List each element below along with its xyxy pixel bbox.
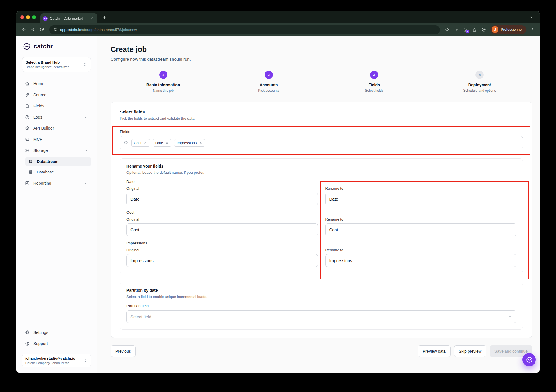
- tab-close-icon[interactable]: [89, 15, 95, 22]
- close-window-button[interactable]: [20, 15, 24, 19]
- address-bar[interactable]: app.catchr.io/storage/datastream/578/job…: [49, 25, 440, 34]
- original-input-impressions[interactable]: [126, 254, 318, 267]
- browser-window: Catchr - Data marketing platf: [16, 11, 540, 373]
- step-fields[interactable]: 3 Fields Select fields: [322, 71, 427, 93]
- sidebar-item-label: MCP: [33, 137, 42, 142]
- user-email: johan.lookerstudio@catchr.io: [25, 356, 81, 360]
- step-label: Deployment: [468, 83, 491, 87]
- forward-button[interactable]: [28, 25, 37, 34]
- partition-field-select[interactable]: Select field: [126, 310, 516, 323]
- window-controls: [20, 15, 36, 19]
- partition-field-label: Partition field: [126, 304, 516, 308]
- minimize-window-button[interactable]: [26, 15, 30, 19]
- rename-input-date[interactable]: [325, 193, 517, 205]
- step-label: Fields: [368, 83, 380, 87]
- rename-to-label: Rename to: [325, 186, 517, 191]
- step-number: 3: [370, 71, 378, 79]
- sidebar-item-label: Datastream: [37, 159, 58, 164]
- help-circle-icon: [25, 341, 30, 346]
- sidebar-item-label: Storage: [33, 148, 48, 153]
- remove-tag-icon[interactable]: [144, 141, 148, 145]
- sidebar-item-api-builder[interactable]: API Builder: [22, 123, 91, 133]
- field-name: Date: [126, 179, 516, 184]
- sidebar-item-support[interactable]: Support: [22, 338, 91, 349]
- app-content: catchr Select a Brand Hub Brand intellig…: [16, 36, 540, 373]
- sidebar-item-fields[interactable]: Fields: [22, 101, 91, 111]
- sidebar-item-label: API Builder: [33, 126, 54, 130]
- reload-button[interactable]: [37, 25, 46, 34]
- rename-row-date: Date Original Rename to: [126, 179, 516, 205]
- skip-preview-button[interactable]: Skip preview: [454, 345, 486, 357]
- tab-title: Catchr - Data marketing platf: [50, 17, 86, 21]
- tag-label: Cost: [134, 141, 142, 145]
- remove-tag-icon[interactable]: [199, 141, 203, 145]
- user-account-selector[interactable]: johan.lookerstudio@catchr.io Catchr Comp…: [22, 354, 91, 368]
- sidebar-item-source[interactable]: Source: [22, 90, 91, 100]
- app-logo[interactable]: catchr: [22, 42, 91, 51]
- extensions-puzzle-icon[interactable]: [470, 25, 479, 34]
- field-name: Impressions: [126, 241, 516, 245]
- rename-input-impressions[interactable]: [325, 254, 517, 267]
- sidebar-item-settings[interactable]: Settings: [22, 327, 91, 338]
- link-icon: [25, 92, 30, 97]
- step-accounts[interactable]: 2 Accounts Pick accounts: [216, 71, 321, 93]
- tab-favicon: [43, 16, 48, 21]
- site-settings-icon[interactable]: [53, 27, 58, 32]
- sidebar-item-label: Logs: [33, 115, 42, 119]
- catchr-assistant-fab[interactable]: [522, 353, 536, 366]
- sidebar-item-datastream[interactable]: Datastream: [25, 157, 91, 166]
- new-tab-button[interactable]: [100, 13, 109, 22]
- fields-multiselect-input[interactable]: Cost Date Impressions: [120, 136, 523, 149]
- rename-input-cost[interactable]: [325, 223, 517, 236]
- storage-subnav: Datastream Database: [25, 157, 91, 177]
- sidebar-item-label: Settings: [33, 330, 48, 335]
- rename-to-label: Rename to: [325, 248, 517, 252]
- browser-profile-chip[interactable]: J Professionnel: [490, 25, 526, 34]
- sidebar-footer: Settings Support johan.lookerstudio@catc…: [22, 327, 91, 368]
- sidebar-item-database[interactable]: Database: [25, 167, 91, 177]
- rename-title: Rename your fields: [126, 164, 516, 168]
- card-subtitle: Pick the fields to extract and validate …: [120, 116, 523, 121]
- fields-label: Fields: [120, 130, 523, 134]
- sidebar-item-mcp[interactable]: MCP: [22, 134, 91, 144]
- sidebar-item-label: Support: [33, 341, 48, 346]
- sidebar-item-home[interactable]: Home: [22, 79, 91, 89]
- field-name: Cost: [126, 210, 516, 215]
- profile-name: Professionnel: [501, 28, 522, 32]
- sidebar-item-reporting[interactable]: Reporting: [22, 178, 91, 188]
- page-title: Create job: [111, 45, 532, 54]
- remove-tag-icon[interactable]: [165, 141, 169, 145]
- tag-label: Impressions: [177, 141, 197, 145]
- brand-hub-selector[interactable]: Select a Brand Hub Brand intelligence, c…: [22, 57, 91, 72]
- url-text: app.catchr.io/storage/datastream/578/job…: [60, 27, 137, 32]
- browser-tab[interactable]: Catchr - Data marketing platf: [40, 13, 97, 23]
- edit-pencil-icon[interactable]: [452, 25, 461, 34]
- original-input-cost[interactable]: [126, 223, 318, 236]
- browser-menu-dots-icon[interactable]: [528, 25, 537, 34]
- sidebar-item-label: Database: [37, 170, 54, 174]
- sidebar-item-storage[interactable]: Storage: [22, 145, 91, 156]
- step-basic-information[interactable]: 1 Basic information Name this job: [111, 71, 216, 93]
- preview-data-button[interactable]: Preview data: [418, 345, 451, 357]
- fullscreen-window-button[interactable]: [32, 15, 36, 19]
- wizard-footer: Previous Preview data Skip preview Save …: [111, 345, 532, 357]
- terminal-icon: [25, 137, 30, 142]
- sidebar-item-label: Home: [33, 81, 44, 86]
- previous-button[interactable]: Previous: [111, 345, 136, 357]
- rename-row-impressions: Impressions Original Rename to: [126, 241, 516, 267]
- home-icon: [25, 81, 30, 86]
- back-button[interactable]: [19, 25, 28, 34]
- sidebar: catchr Select a Brand Hub Brand intellig…: [16, 36, 97, 373]
- select-fields-card: Select fields Pick the fields to extract…: [111, 102, 532, 338]
- search-icon: [124, 140, 129, 145]
- extension-with-badge-icon[interactable]: 1: [461, 25, 470, 34]
- eco-shield-icon[interactable]: [479, 25, 488, 34]
- extension-badge: 1: [466, 30, 469, 33]
- sidebar-item-label: Source: [33, 93, 46, 97]
- sidebar-item-logs[interactable]: Logs: [22, 112, 91, 122]
- database-icon: [28, 170, 33, 175]
- bookmark-star-icon[interactable]: [443, 25, 452, 34]
- server-stack-icon: [25, 148, 30, 153]
- tab-search-chevron-icon[interactable]: [527, 13, 536, 22]
- original-input-date[interactable]: [126, 193, 318, 205]
